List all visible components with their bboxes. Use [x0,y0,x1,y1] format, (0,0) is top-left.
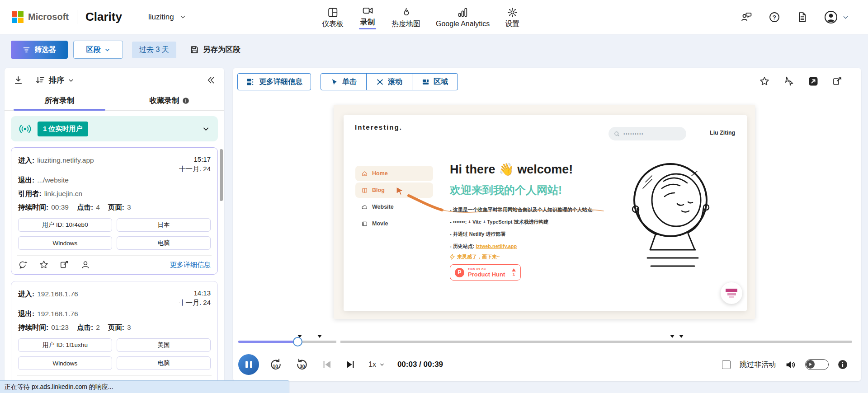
collapse-icon[interactable] [207,76,215,84]
os-chip[interactable]: Windows [18,236,112,250]
svg-text:10: 10 [273,364,278,369]
summarize-icon[interactable] [18,260,28,270]
tab-heatmaps[interactable]: 热度地图 [392,7,420,28]
segments-dropdown[interactable]: 区段 [73,41,123,59]
progress-track[interactable] [238,341,852,343]
website-icon [362,204,368,210]
device-chip[interactable]: 电脑 [117,236,211,250]
scrollbar-thumb[interactable] [220,149,223,201]
filters-button[interactable]: 筛选器 [11,41,68,59]
date-range-chip[interactable]: 过去 3 天 [132,42,176,58]
project-selector[interactable]: liuziting [148,13,174,22]
recording-card[interactable]: 进入: 192.168.1.76 14:13 十一月. 24 退出: 192.1… [11,281,218,393]
scroll-icon [376,78,384,86]
pause-icon [245,361,248,368]
main-tabs: 仪表板 录制 热度地图 Google Analytics [322,0,519,34]
autoplay-toggle[interactable] [805,359,829,370]
product-hunt-badge: P FIND US ON Product Hunt 1 [450,264,521,281]
area-icon [422,78,429,86]
star-icon[interactable] [759,76,770,87]
user-id-chip[interactable]: 用户 ID: 10r4eb0 [18,218,112,232]
svg-text:30: 30 [300,364,305,369]
product-title: Clarity [85,10,122,24]
recording-chips: 用户 ID: 1f1uxhu 美国 Windows 电脑 [18,338,211,370]
share-icon[interactable] [60,260,70,270]
site-nav-home: Home [355,166,433,181]
event-marker[interactable] [679,335,684,338]
chevron-down-icon[interactable] [179,14,186,20]
blog-icon [362,187,368,193]
next-icon[interactable] [345,359,356,370]
scroll-mode-button[interactable]: 滚动 [366,74,412,90]
country-chip[interactable]: 日本 [117,218,211,232]
country-chip[interactable]: 美国 [117,338,211,352]
replayed-site: Interesting. ••••••••• Liu Ziting Home [344,115,747,311]
search-icon [614,131,620,137]
tab-starred-recordings[interactable]: 收藏录制 [114,91,224,110]
help-icon[interactable]: ? [769,11,780,23]
tab-dashboard[interactable]: 仪表板 [322,7,344,28]
save-icon [190,45,199,54]
save-segment-button[interactable]: 另存为区段 [190,41,241,59]
info-icon[interactable] [838,360,848,370]
rewind-10-icon[interactable]: 10 [269,358,283,371]
forward-30-icon[interactable]: 30 [295,358,309,371]
playback-time: 00:03 / 00:39 [397,360,443,369]
live-users-banner[interactable]: 1 位实时用户 [11,116,218,141]
lightning-icon [450,254,455,260]
docs-icon[interactable] [797,11,808,23]
more-details-link[interactable]: 更多详细信息 [170,261,211,269]
download-icon[interactable] [14,75,23,85]
event-marker[interactable] [670,335,675,338]
previous-icon[interactable] [321,359,332,370]
feedback-widget-icon[interactable] [721,282,742,304]
open-external-icon[interactable] [808,76,819,87]
user-id-chip[interactable]: 用户 ID: 1f1uxhu [18,338,112,352]
exit-page: .../website [37,173,69,187]
home-icon [362,171,368,177]
tab-settings[interactable]: 设置 [505,7,519,28]
os-chip[interactable]: Windows [18,356,112,370]
speed-selector[interactable]: 1x [368,360,385,369]
ph-findus: FIND US ON [468,268,505,271]
speaker-icon[interactable] [785,359,796,370]
overlay-mode-group: 单击 滚动 区域 [321,73,458,90]
dashboard-icon [327,7,339,18]
click-mode-button[interactable]: 单击 [321,74,366,90]
multi-cursor-icon[interactable] [783,76,794,87]
event-marker[interactable] [317,335,322,338]
account-menu[interactable] [824,10,849,24]
recording-timestamp: 15:17 十一月. 24 [179,154,211,173]
inspiration-link: 来灵感了，画下来~ [450,253,500,260]
pause-button[interactable] [238,354,259,375]
sort-label[interactable]: 排序 [49,75,64,85]
entry-page: 192.168.1.76 [37,287,78,307]
area-mode-button[interactable]: 区域 [412,74,458,90]
star-icon[interactable] [39,260,49,270]
tab-all-recordings[interactable]: 所有录制 [5,91,114,110]
recording-card[interactable]: 进入: liuziting.netlify.app 15:17 十一月. 24 … [11,147,218,275]
more-details-button[interactable]: 更多详细信息 [237,73,311,90]
chevron-down-icon [842,14,849,21]
referrer: link.juejin.cn [44,187,82,201]
tab-recordings[interactable]: 录制 [359,5,376,29]
chevron-down-icon[interactable] [68,77,74,84]
recording-chips: 用户 ID: 10r4eb0 日本 Windows 电脑 [18,218,211,250]
divider [17,375,212,376]
sort-icon[interactable] [36,75,45,85]
feedback-icon[interactable] [741,11,752,23]
brand: Microsoft Clarity liuziting [12,10,186,24]
user-icon[interactable] [80,260,90,270]
svg-text:?: ? [773,14,776,21]
filters-label: 筛选器 [34,45,56,55]
recordings-sidebar: 排序 所有录制 收藏录制 1 位实时用户 [5,68,224,393]
skip-inactivity-checkbox[interactable] [722,360,731,369]
tab-google-analytics[interactable]: Google Analytics [436,7,490,28]
device-chip[interactable]: 电脑 [117,356,211,370]
ph-votes: 1 [512,271,516,276]
more-details-icon [246,78,255,86]
site-username: Liu Ziting [710,130,735,136]
progress-thumb[interactable] [293,337,302,346]
share-icon[interactable] [832,76,843,87]
exit-page: 192.168.1.76 [37,307,78,321]
